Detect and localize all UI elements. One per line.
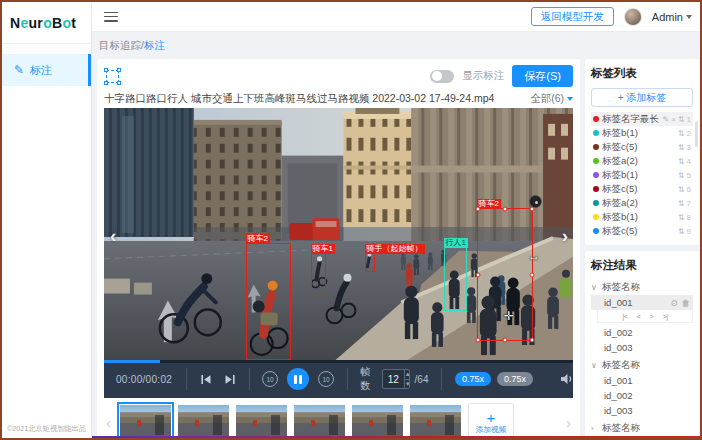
- video-thumbnail[interactable]: [120, 405, 171, 440]
- next-frame-icon[interactable]: [224, 374, 236, 385]
- bounding-box[interactable]: 行人1: [444, 247, 467, 311]
- sort-icon[interactable]: ⇅: [678, 115, 685, 124]
- result-item[interactable]: id_002: [591, 388, 693, 403]
- chevron-down-icon: [686, 15, 692, 19]
- video-thumbnail[interactable]: [410, 405, 461, 440]
- progress-bar[interactable]: [104, 360, 573, 363]
- step-up-icon[interactable]: ▲: [405, 370, 410, 379]
- result-group-header[interactable]: ›标签名称: [591, 421, 693, 436]
- show-annotation-toggle[interactable]: [430, 70, 454, 83]
- add-video-button[interactable]: + 添加视频: [468, 403, 514, 440]
- sort-icon[interactable]: ⇅: [678, 171, 685, 180]
- video-title: 十字路口路口行人 城市交通上下班高峰斑马线过马路视频 2022-03-02 17…: [104, 92, 494, 106]
- sort-icon[interactable]: ⇅: [678, 185, 685, 194]
- sort-icon[interactable]: ⇅: [678, 213, 685, 222]
- result-item[interactable]: id_003: [591, 340, 693, 355]
- back-to-model-dev-button[interactable]: 返回模型开发: [531, 7, 614, 26]
- video-thumbnail[interactable]: [294, 405, 345, 440]
- result-item[interactable]: id_003: [591, 403, 693, 418]
- label-name: 标签a(2): [602, 197, 675, 210]
- prev-video-chevron[interactable]: ‹: [110, 226, 116, 245]
- user-menu[interactable]: Admin: [652, 11, 692, 23]
- scrollbar-thumb[interactable]: [695, 121, 698, 147]
- copyright-text: ©2021北京矩视智能出品: [6, 424, 86, 434]
- breadcrumb-parent[interactable]: 目标追踪: [99, 39, 141, 51]
- label-list-item[interactable]: 标签c(5)⇅9: [591, 224, 693, 238]
- resize-handle[interactable]: [476, 338, 481, 343]
- sort-icon[interactable]: ⇅: [678, 157, 685, 166]
- chevron-expanded-icon: ∨: [591, 283, 598, 292]
- filmstrip: ‹ + 添加视频 ›: [104, 398, 573, 440]
- trash-icon[interactable]: 🗑: [682, 298, 691, 308]
- pager-prev-button[interactable]: <: [637, 312, 641, 321]
- shortcut-number: 6: [687, 185, 691, 194]
- sort-icon[interactable]: ⇅: [678, 199, 685, 208]
- resize-handle[interactable]: [476, 207, 481, 212]
- user-avatar[interactable]: [624, 8, 642, 26]
- resize-handle[interactable]: [503, 338, 508, 343]
- strip-prev-chevron[interactable]: ‹: [104, 414, 113, 431]
- shortcut-number: 5: [687, 171, 691, 180]
- pager-last-button[interactable]: >|: [662, 312, 667, 321]
- result-item[interactable]: id_001: [591, 373, 693, 388]
- label-list-item[interactable]: 标签c(5)⇅3: [591, 140, 693, 154]
- volume-icon[interactable]: [560, 373, 573, 385]
- pager-next-button[interactable]: >: [650, 312, 654, 321]
- edit-icon[interactable]: ✎: [662, 115, 669, 124]
- label-list-item[interactable]: 标签a(2)⇅4: [591, 154, 693, 168]
- menu-fold-icon[interactable]: [104, 12, 118, 22]
- label-name: 标签c(5): [602, 225, 675, 238]
- label-list-item[interactable]: 标签c(5)⇅6: [591, 182, 693, 196]
- video-thumbnail[interactable]: [178, 405, 229, 440]
- sidebar-item-annotate[interactable]: ✎ 标注: [2, 54, 91, 86]
- step-down-icon[interactable]: ▼: [405, 379, 410, 389]
- video-thumbnail[interactable]: [236, 405, 287, 440]
- resize-handle[interactable]: [476, 272, 481, 277]
- forward-10-icon[interactable]: 10: [318, 371, 334, 387]
- sort-icon[interactable]: ⇅: [678, 227, 685, 236]
- resize-handle[interactable]: [530, 272, 535, 277]
- pager-first-button[interactable]: |<: [622, 312, 627, 321]
- result-group-header[interactable]: ∨标签名称: [591, 358, 693, 373]
- delete-icon[interactable]: ×: [671, 115, 676, 124]
- label-list-item[interactable]: 标签b(1)⇅2: [591, 126, 693, 140]
- sort-icon[interactable]: ⇅: [678, 129, 685, 138]
- result-item[interactable]: id_001⊙🗑: [591, 295, 693, 310]
- video-canvas[interactable]: ‹ › 骑车2骑车1骑手（起始帧）行人1骑车2✛↔: [104, 108, 573, 360]
- sidebar-item-label: 标注: [30, 63, 52, 78]
- result-item-id: id_001: [604, 297, 633, 308]
- strip-next-chevron[interactable]: ›: [564, 414, 573, 431]
- bounding-box-label: 骑手（起始帧）: [365, 244, 425, 254]
- result-group-header[interactable]: ∨标签名称: [591, 280, 693, 295]
- prev-frame-icon[interactable]: [200, 374, 212, 385]
- filter-dropdown[interactable]: 全部(6): [530, 92, 573, 106]
- add-label-button[interactable]: + 添加标签: [591, 88, 693, 107]
- speed-pill[interactable]: 0.75x: [455, 372, 491, 386]
- sort-icon[interactable]: ⇅: [678, 143, 685, 152]
- resize-handle[interactable]: [503, 207, 508, 212]
- resize-handle[interactable]: [530, 338, 535, 343]
- bounding-box[interactable]: 骑车1: [311, 253, 326, 290]
- chevron-collapsed-icon: ›: [591, 424, 598, 433]
- bounding-box[interactable]: 骑车2: [246, 243, 291, 360]
- label-list-item[interactable]: 标签名字最长数...✎×⇅1: [591, 112, 693, 126]
- label-list-item[interactable]: 标签b(1)⇅8: [591, 210, 693, 224]
- video-controls-bar: 00:00/00:02 10 10: [104, 360, 573, 398]
- label-list-item[interactable]: 标签a(2)⇅7: [591, 196, 693, 210]
- frame-stepper[interactable]: ▲▼: [382, 369, 410, 389]
- save-button[interactable]: 保存(S): [512, 65, 573, 87]
- result-item[interactable]: id_002: [591, 325, 693, 340]
- frame-input[interactable]: [383, 370, 404, 388]
- bounding-box[interactable]: 骑手（起始帧）: [365, 253, 375, 272]
- rewind-10-icon[interactable]: 10: [262, 371, 278, 387]
- video-thumbnail[interactable]: [352, 405, 403, 440]
- pause-button[interactable]: [287, 368, 309, 390]
- locate-icon[interactable]: ⊙: [670, 298, 677, 308]
- box-action-button[interactable]: [529, 195, 542, 208]
- next-video-chevron[interactable]: ›: [562, 226, 568, 245]
- pen-icon: ✎: [14, 63, 24, 77]
- rect-select-tool-icon[interactable]: [104, 68, 121, 85]
- label-color-dot: [593, 186, 599, 192]
- label-list-item[interactable]: 标签b(1)⇅5: [591, 168, 693, 182]
- speed-pill[interactable]: 0.75x: [497, 372, 533, 386]
